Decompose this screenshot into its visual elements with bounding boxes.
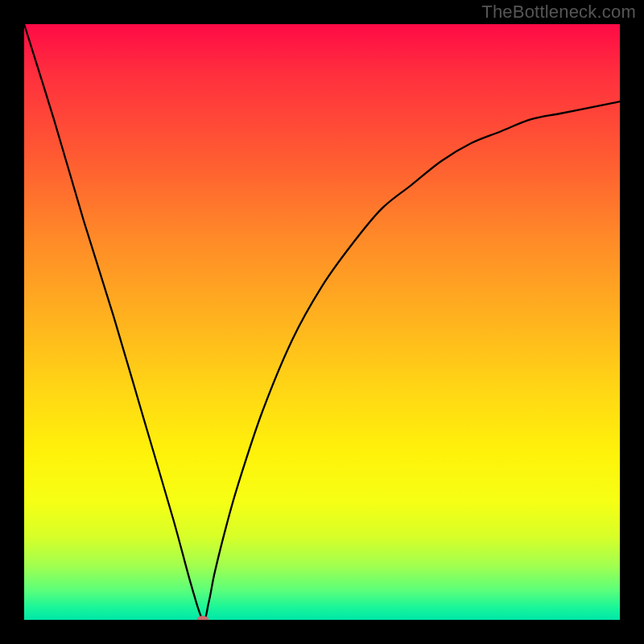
watermark-text: TheBottleneck.com: [481, 2, 636, 23]
bottleneck-curve: [24, 24, 620, 620]
chart-root: TheBottleneck.com: [0, 0, 644, 644]
plot-area: [24, 24, 620, 620]
optimal-point-marker: [197, 616, 209, 620]
